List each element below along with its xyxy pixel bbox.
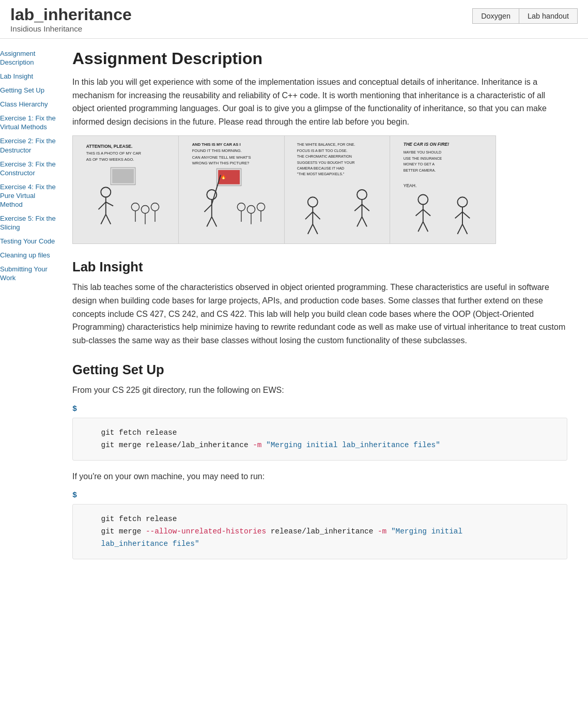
svg-text:THE WHITE BALANCE, FOR ONE.: THE WHITE BALANCE, FOR ONE. [297, 143, 355, 147]
main-content: Assignment Description In this lab you w… [62, 39, 588, 718]
sidebar-item-exercise-1[interactable]: Exercise 1: Fix the Virtual Methods [0, 114, 57, 131]
sidebar-item-submitting[interactable]: Submitting Your Work [0, 265, 57, 282]
getting-set-up-heading: Getting Set Up [72, 362, 567, 377]
code1-flag: -m [253, 441, 261, 449]
sidebar-item-getting-set-up[interactable]: Getting Set Up [0, 86, 57, 95]
comic-panel-3: THE WHITE BALANCE, FOR ONE. FOCUS IS A B… [285, 136, 391, 243]
sidebar-item-testing[interactable]: Testing Your Code [0, 237, 57, 246]
svg-rect-17 [112, 169, 134, 184]
svg-text:🔥: 🔥 [221, 174, 226, 180]
svg-text:BETTER CAMERA.: BETTER CAMERA. [404, 169, 436, 173]
code1-line1: git fetch release git merge release/lab_… [83, 429, 253, 449]
section-getting-set-up: Getting Set Up From your CS 225 git dire… [72, 362, 567, 559]
code2-flag: --allow-unrelated-histories [146, 527, 266, 536]
sidebar-item-exercise-2[interactable]: Exercise 2: Fix the Destructor [0, 136, 57, 154]
getting-set-up-intro: From your CS 225 git directory, run the … [72, 384, 567, 397]
svg-text:MAYBE YOU SHOULD: MAYBE YOU SHOULD [404, 151, 441, 155]
svg-text:"THE MOST MEGAPIXELS.": "THE MOST MEGAPIXELS." [297, 173, 344, 177]
sidebar-item-lab-insight[interactable]: Lab Insight [0, 72, 57, 81]
comic-panel-4: THE CAR IS ON FIRE! MAYBE YOU SHOULD USE… [390, 136, 496, 243]
code1-msg: "Merging initial lab_inheritance files" [266, 441, 440, 449]
sidebar-item-exercise-5[interactable]: Exercise 5: Fix the Slicing [0, 214, 57, 232]
svg-text:THIS IS A PHOTO OF MY CAR: THIS IS A PHOTO OF MY CAR [86, 151, 142, 156]
svg-rect-18 [187, 138, 275, 241]
code-block-2: git fetch release git merge --allow-unre… [72, 504, 567, 559]
svg-text:AS OF TWO WEEKS AGO.: AS OF TWO WEEKS AGO. [86, 157, 134, 162]
lab-handout-button[interactable]: Lab handout [519, 8, 578, 24]
doxygen-button[interactable]: Doxygen [472, 8, 519, 24]
dollar-sign-1: $ [72, 404, 567, 414]
svg-text:THE CAR IS ON FIRE!: THE CAR IS ON FIRE! [404, 142, 450, 147]
svg-text:THE CHROMATIC ABERRATION: THE CHROMATIC ABERRATION [297, 155, 351, 159]
header-buttons: Doxygen Lab handout [472, 8, 578, 24]
sidebar-item-exercise-3[interactable]: Exercise 3: Fix the Constructor [0, 160, 57, 177]
sidebar: Assignment Description Lab Insight Getti… [0, 39, 62, 718]
assignment-description-heading: Assignment Description [72, 49, 567, 68]
lab-insight-body: This lab teaches some of the characteris… [72, 281, 567, 347]
section-lab-insight: Lab Insight This lab teaches some of the… [72, 259, 567, 347]
dollar-sign-2: $ [72, 491, 567, 500]
assignment-description-body: In this lab you will get experience with… [72, 75, 567, 128]
page-header: lab_inheritance Insidious Inheritance Do… [0, 0, 588, 39]
svg-rect-38 [293, 138, 381, 241]
page-layout: Assignment Description Lab Insight Getti… [0, 39, 588, 718]
header-title-area: lab_inheritance Insidious Inheritance [10, 5, 132, 33]
svg-text:CAMERA BECAUSE IT HAD: CAMERA BECAUSE IT HAD [297, 166, 344, 171]
svg-text:CAN ANYONE TELL ME WHAT'S: CAN ANYONE TELL ME WHAT'S [192, 155, 251, 160]
svg-text:ATTENTION, PLEASE.: ATTENTION, PLEASE. [86, 144, 133, 149]
svg-text:FOCUS IS A BIT TOO CLOSE.: FOCUS IS A BIT TOO CLOSE. [297, 149, 347, 153]
svg-text:WRONG WITH THIS PICTURE?: WRONG WITH THIS PICTURE? [192, 161, 249, 166]
sidebar-item-assignment-description[interactable]: Assignment Description [0, 49, 57, 67]
sidebar-item-exercise-4[interactable]: Exercise 4: Fix the Pure Virtual Method [0, 182, 57, 209]
svg-text:AND THIS IS MY CAR AS I: AND THIS IS MY CAR AS I [192, 143, 240, 147]
page-subtitle: Insidious Inheritance [10, 24, 132, 33]
svg-text:USE THE INSURANCE: USE THE INSURANCE [404, 157, 442, 161]
page-title: lab_inheritance [10, 5, 132, 24]
sidebar-item-class-hierarchy[interactable]: Class Hierarchy [0, 100, 57, 109]
comic-panel-1: ATTENTION, PLEASE. THIS IS A PHOTO OF MY… [73, 136, 179, 243]
comic-strip: ATTENTION, PLEASE. THIS IS A PHOTO OF MY… [72, 135, 496, 244]
svg-text:YEAH.: YEAH. [404, 184, 417, 189]
comic-panel-2: AND THIS IS MY CAR AS I FOUND IT THIS MO… [179, 136, 285, 243]
sidebar-item-cleaning[interactable]: Cleaning up files [0, 251, 57, 259]
svg-text:FOUND IT THIS MORNING.: FOUND IT THIS MORNING. [192, 148, 241, 153]
code-block-1: git fetch release git merge release/lab_… [72, 418, 567, 461]
code2-flag2: -m [378, 527, 386, 536]
svg-text:MONEY TO GET A: MONEY TO GET A [404, 163, 435, 167]
lab-insight-heading: Lab Insight [72, 259, 567, 274]
code2-middle: release/lab_inheritance [266, 527, 378, 536]
section-assignment-description: Assignment Description In this lab you w… [72, 49, 567, 244]
svg-text:SUGGESTS YOU BOUGHT YOUR: SUGGESTS YOU BOUGHT YOUR [297, 161, 354, 165]
getting-set-up-mid-text: If you're on your own machine, you may n… [72, 470, 567, 483]
